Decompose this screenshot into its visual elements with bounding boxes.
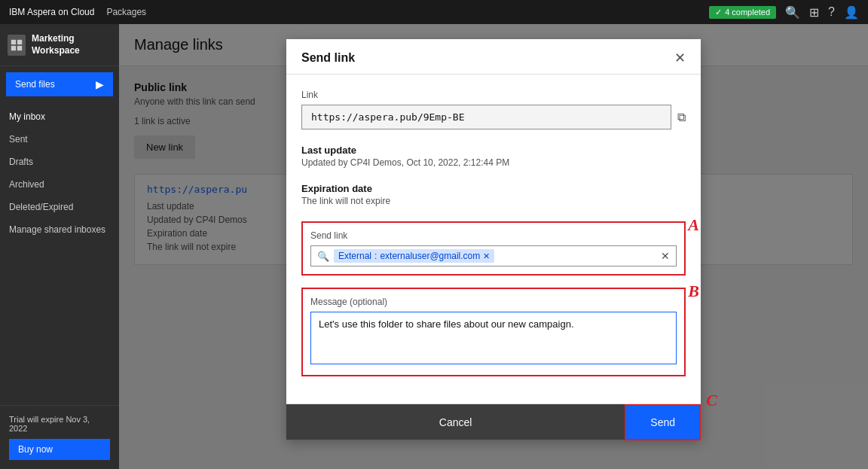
sidebar-item-deleted[interactable]: Deleted/Expired <box>0 196 119 218</box>
send-link-wrapper: Send link 🔍 External: externaluser@gmail… <box>301 221 686 276</box>
remove-recipient-icon[interactable]: ✕ <box>483 251 490 261</box>
send-link-input-row[interactable]: 🔍 External: externaluser@gmail.com ✕ ✕ <box>310 245 677 266</box>
last-update-section: Last update Updated by CP4I Demos, Oct 1… <box>301 145 686 168</box>
trial-text: Trial will expire Nov 3, 2022 <box>9 415 110 433</box>
message-section: Message (optional) Let's use this folder… <box>301 288 686 376</box>
modal-last-update-value: Updated by CP4I Demos, Oct 10, 2022, 2:1… <box>301 157 686 168</box>
modal-expiration-value: The link will not expire <box>301 196 686 206</box>
send-link-modal: Send link ✕ Link ⧉ Last update Updated b… <box>286 39 701 440</box>
send-button[interactable]: Send <box>625 404 701 440</box>
recipient-tag: External: externaluser@gmail.com ✕ <box>334 249 494 263</box>
modal-close-button[interactable]: ✕ <box>674 51 686 65</box>
nav-right: ✓ 4 completed 🔍 ⊞ ? 👤 <box>709 5 859 20</box>
completed-badge: ✓ 4 completed <box>709 6 776 19</box>
search-icon[interactable]: 🔍 <box>785 5 800 20</box>
recipient-type: External <box>338 251 371 261</box>
buy-now-button[interactable]: Buy now <box>9 439 110 460</box>
modal-last-update-title: Last update <box>301 145 686 156</box>
help-icon[interactable]: ? <box>828 5 835 19</box>
sidebar-item-manage-inboxes[interactable]: Manage shared inboxes <box>0 218 119 241</box>
modal-body: Link ⧉ Last update Updated by CP4I Demos… <box>286 75 701 404</box>
send-files-button[interactable]: Send files ▶ <box>6 72 113 96</box>
modal-title: Send link <box>301 51 355 65</box>
user-icon[interactable]: 👤 <box>844 5 859 20</box>
send-link-section: Send link 🔍 External: externaluser@gmail… <box>301 221 686 276</box>
send-link-label: Send link <box>310 230 677 241</box>
main-layout: Marketing Workspace Send files ▶ My inbo… <box>0 24 868 469</box>
copy-icon-button[interactable]: ⧉ <box>677 111 686 124</box>
workspace-icon <box>8 35 26 56</box>
modal-overlay: Send link ✕ Link ⧉ Last update Updated b… <box>119 24 868 469</box>
svg-rect-2 <box>11 45 16 50</box>
arrow-icon: ▶ <box>96 78 104 90</box>
sidebar-footer: Trial will expire Nov 3, 2022 Buy now <box>0 405 119 469</box>
send-button-wrapper: Send C <box>625 404 701 440</box>
svg-rect-0 <box>11 39 16 44</box>
modal-header: Send link ✕ <box>286 39 701 75</box>
brand-name: IBM Aspera on Cloud <box>9 7 94 17</box>
message-wrapper: Message (optional) Let's use this folder… <box>301 288 686 376</box>
packages-link[interactable]: Packages <box>106 7 146 17</box>
sidebar-nav: My inbox Sent Drafts Archived Deleted/Ex… <box>0 102 119 405</box>
sidebar-header: Marketing Workspace <box>0 24 119 66</box>
expiration-section: Expiration date The link will not expire <box>301 183 686 206</box>
sidebar-item-drafts[interactable]: Drafts <box>0 151 119 173</box>
modal-expiration-title: Expiration date <box>301 183 686 194</box>
top-navigation: IBM Aspera on Cloud Packages ✓ 4 complet… <box>0 0 868 24</box>
link-field-row: ⧉ <box>301 105 686 129</box>
sidebar-item-sent[interactable]: Sent <box>0 128 119 151</box>
content-area: Manage links Public link Anyone with thi… <box>119 24 868 469</box>
annotation-c: C <box>706 391 717 410</box>
annotation-b: B <box>688 282 699 301</box>
svg-rect-3 <box>17 45 22 50</box>
recipient-email: externaluser@gmail.com <box>380 251 480 261</box>
clear-send-link-button[interactable]: ✕ <box>661 250 670 262</box>
workspace-title: Marketing Workspace <box>32 33 112 56</box>
grid-icon[interactable]: ⊞ <box>809 5 819 20</box>
modal-footer: Cancel Send C <box>286 404 701 440</box>
checkmark-icon: ✓ <box>715 8 722 17</box>
sidebar-item-archived[interactable]: Archived <box>0 173 119 196</box>
sidebar: Marketing Workspace Send files ▶ My inbo… <box>0 24 119 469</box>
message-textarea[interactable]: Let's use this folder to share files abo… <box>310 312 677 364</box>
link-field-label: Link <box>301 90 686 100</box>
search-icon: 🔍 <box>317 251 329 262</box>
annotation-a: A <box>688 215 699 235</box>
svg-rect-1 <box>17 39 22 44</box>
cancel-button[interactable]: Cancel <box>286 404 625 440</box>
link-input[interactable] <box>301 105 671 129</box>
message-label: Message (optional) <box>310 297 677 307</box>
nav-left: IBM Aspera on Cloud Packages <box>9 7 146 17</box>
sidebar-item-my-inbox[interactable]: My inbox <box>0 105 119 128</box>
